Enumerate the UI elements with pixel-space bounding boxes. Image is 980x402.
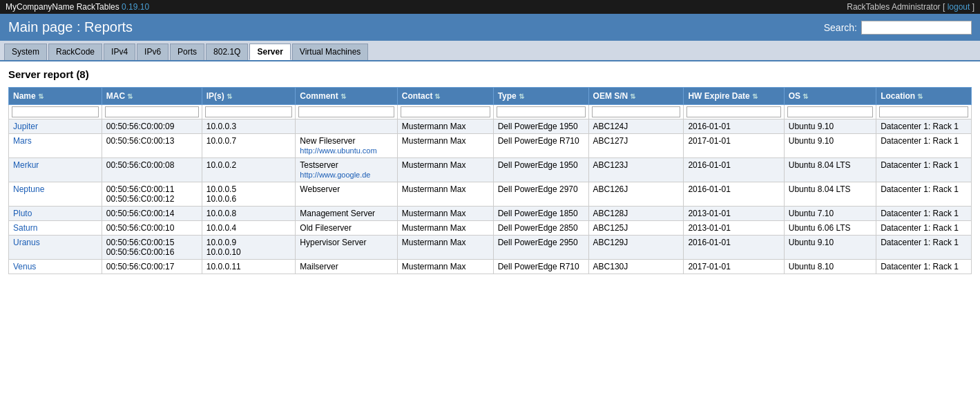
server-contact: Mustermann Max — [397, 221, 493, 236]
server-contact: Mustermann Max — [397, 182, 493, 207]
server-contact: Mustermann Max — [397, 158, 493, 182]
tab-ipv4[interactable]: IPv4 — [104, 44, 135, 60]
server-name-link[interactable]: Mars — [13, 136, 32, 146]
filter-input-contact[interactable] — [401, 106, 490, 117]
server-ips: 10.0.0.9 10.0.0.10 — [202, 236, 296, 260]
table-row: Jupiter00:50:56:C0:00:0910.0.0.3Musterma… — [9, 119, 972, 134]
server-ips: 10.0.0.3 — [202, 119, 296, 134]
tab-vms[interactable]: Virtual Machines — [292, 44, 369, 60]
server-hw-expire: 2017-01-01 — [684, 134, 784, 158]
table-row: Merkur00:50:56:C0:00:0810.0.0.2Testserve… — [9, 158, 972, 182]
server-ips: 10.0.0.4 — [202, 221, 296, 236]
server-oem-sn: ABC128J — [588, 207, 684, 221]
col-header-location[interactable]: Location⇅ — [876, 88, 972, 105]
logout-link[interactable]: logout — [948, 2, 970, 12]
filter-input-mac[interactable] — [105, 106, 199, 117]
server-oem-sn: ABC127J — [588, 134, 684, 158]
server-comment: Old Fileserver — [296, 221, 397, 236]
comment-link[interactable]: http://www.google.de — [300, 171, 370, 179]
col-header-hw_expire[interactable]: HW Expire Date⇅ — [684, 88, 784, 105]
filter-input-name[interactable] — [12, 106, 99, 117]
filter-input-ips[interactable] — [205, 106, 293, 117]
tab-ports[interactable]: Ports — [170, 44, 204, 60]
server-comment: Mailserver — [296, 260, 397, 274]
admin-link[interactable]: RackTables Administrator [ logout ] — [847, 2, 974, 12]
tab-system[interactable]: System — [4, 44, 47, 60]
server-type: Dell PowerEdge 2950 — [493, 236, 588, 260]
server-mac: 00:50:56:C0:00:13 — [102, 134, 202, 158]
tab-server[interactable]: Server — [249, 44, 290, 60]
server-hw-expire: 2016-01-01 — [684, 182, 784, 207]
server-name-link[interactable]: Neptune — [13, 184, 44, 194]
server-name-link[interactable]: Saturn — [13, 223, 37, 233]
col-header-type[interactable]: Type⇅ — [493, 88, 588, 105]
server-hw-expire: 2013-01-01 — [684, 221, 784, 236]
server-os: Ubuntu 9.10 — [784, 119, 876, 134]
col-filter-type — [493, 105, 588, 119]
server-os: Ubuntu 8.04 LTS — [784, 182, 876, 207]
server-mac: 00:50:56:C0:00:09 — [102, 119, 202, 134]
server-contact: Mustermann Max — [397, 260, 493, 274]
server-contact: Mustermann Max — [397, 207, 493, 221]
comment-link[interactable]: http://www.ubuntu.com — [300, 146, 376, 155]
col-header-mac[interactable]: MAC⇅ — [102, 88, 202, 105]
table-row: Pluto00:50:56:C0:00:1410.0.0.8Management… — [9, 207, 972, 221]
server-hw-expire: 2017-01-01 — [684, 260, 784, 274]
filter-input-location[interactable] — [879, 106, 968, 117]
table-body: Jupiter00:50:56:C0:00:0910.0.0.3Musterma… — [9, 119, 972, 274]
server-location: Datacenter 1: Rack 1 — [876, 119, 972, 134]
filter-input-comment[interactable] — [298, 106, 394, 117]
col-header-comment[interactable]: Comment⇅ — [296, 88, 397, 105]
server-location: Datacenter 1: Rack 1 — [876, 207, 972, 221]
tab-ipv6[interactable]: IPv6 — [137, 44, 169, 60]
server-name-link[interactable]: Jupiter — [13, 122, 38, 131]
server-comment: Webserver — [296, 182, 397, 207]
server-name-link[interactable]: Venus — [13, 262, 36, 271]
server-mac: 00:50:56:C0:00:17 — [102, 260, 202, 274]
server-hw-expire: 2016-01-01 — [684, 158, 784, 182]
server-ips: 10.0.0.2 — [202, 158, 296, 182]
table-filter-row — [9, 105, 972, 119]
server-table: Name⇅MAC⇅IP(s)⇅Comment⇅Contact⇅Type⇅OEM … — [8, 87, 972, 274]
search-label: Search: — [824, 22, 857, 33]
col-filter-oem_sn — [588, 105, 684, 119]
filter-input-os[interactable] — [787, 106, 873, 117]
server-name-link[interactable]: Uranus — [13, 238, 40, 247]
server-type: Dell PowerEdge 2970 — [493, 182, 588, 207]
admin-text: RackTables Administrator — [847, 2, 940, 12]
filter-input-type[interactable] — [497, 106, 586, 117]
tab-8021q[interactable]: 802.1Q — [206, 44, 248, 60]
server-type: Dell PowerEdge 1950 — [493, 158, 588, 182]
tab-rackcode[interactable]: RackCode — [48, 44, 102, 60]
col-header-os[interactable]: OS⇅ — [784, 88, 876, 105]
col-header-name[interactable]: Name⇅ — [9, 88, 102, 105]
server-os: Ubuntu 8.04 LTS — [784, 158, 876, 182]
col-filter-comment — [296, 105, 397, 119]
col-filter-location — [876, 105, 972, 119]
search-input[interactable] — [861, 21, 972, 35]
server-comment: Testserverhttp://www.google.de — [296, 158, 397, 182]
col-header-contact[interactable]: Contact⇅ — [397, 88, 493, 105]
server-os: Ubuntu 6.06 LTS — [784, 221, 876, 236]
filter-input-hw_expire[interactable] — [686, 106, 780, 117]
server-contact: Mustermann Max — [397, 134, 493, 158]
tab-bar: SystemRackCodeIPv4IPv6Ports802.1QServerV… — [0, 41, 980, 61]
server-oem-sn: ABC130J — [588, 260, 684, 274]
server-comment: New Fileserverhttp://www.ubuntu.com — [296, 134, 397, 158]
col-header-oem_sn[interactable]: OEM S/N⇅ — [588, 88, 684, 105]
col-filter-ips — [202, 105, 296, 119]
server-name-link[interactable]: Pluto — [13, 209, 32, 218]
server-os: Ubuntu 8.10 — [784, 260, 876, 274]
server-os: Ubuntu 9.10 — [784, 134, 876, 158]
server-mac: 00:50:56:C0:00:11 00:50:56:C0:00:12 — [102, 182, 202, 207]
server-location: Datacenter 1: Rack 1 — [876, 134, 972, 158]
server-name-link[interactable]: Merkur — [13, 160, 39, 170]
table-row: Uranus00:50:56:C0:00:15 00:50:56:C0:00:1… — [9, 236, 972, 260]
filter-input-oem_sn[interactable] — [592, 106, 681, 117]
app-name-text: MyCompanyName RackTables — [6, 2, 119, 12]
col-header-ips[interactable]: IP(s)⇅ — [202, 88, 296, 105]
col-filter-contact — [397, 105, 493, 119]
server-mac: 00:50:56:C0:00:15 00:50:56:C0:00:16 — [102, 236, 202, 260]
server-type: Dell PowerEdge R710 — [493, 134, 588, 158]
server-hw-expire: 2013-01-01 — [684, 207, 784, 221]
